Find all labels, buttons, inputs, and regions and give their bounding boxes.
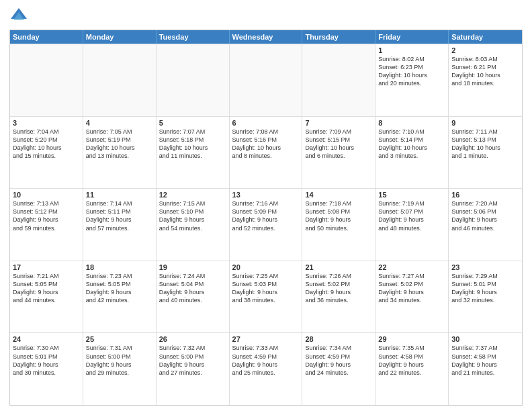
day-number: 9 [451, 119, 519, 127]
day-cell-8: 8Sunrise: 7:10 AM Sunset: 5:14 PM Daylig… [375, 117, 449, 189]
day-info: Sunrise: 7:18 AM Sunset: 5:08 PM Dayligh… [305, 199, 372, 232]
calendar-row-3: 10Sunrise: 7:13 AM Sunset: 5:12 PM Dayli… [10, 188, 522, 261]
day-number: 3 [13, 119, 80, 127]
empty-cell [157, 44, 230, 116]
day-info: Sunrise: 7:21 AM Sunset: 5:05 PM Dayligh… [13, 272, 80, 305]
day-cell-6: 6Sunrise: 7:08 AM Sunset: 5:16 PM Daylig… [230, 117, 303, 189]
day-number: 18 [86, 263, 153, 271]
empty-cell [302, 44, 375, 116]
day-number: 29 [378, 335, 445, 343]
day-info: Sunrise: 7:34 AM Sunset: 4:59 PM Dayligh… [305, 344, 372, 377]
day-cell-28: 28Sunrise: 7:34 AM Sunset: 4:59 PM Dayli… [302, 333, 375, 405]
calendar-row-5: 24Sunrise: 7:30 AM Sunset: 5:01 PM Dayli… [10, 332, 522, 405]
day-cell-13: 13Sunrise: 7:16 AM Sunset: 5:09 PM Dayli… [230, 189, 303, 261]
day-info: Sunrise: 7:20 AM Sunset: 5:06 PM Dayligh… [451, 199, 519, 232]
header-day-monday: Monday [83, 30, 157, 44]
day-info: Sunrise: 7:27 AM Sunset: 5:02 PM Dayligh… [378, 272, 445, 305]
day-info: Sunrise: 7:14 AM Sunset: 5:11 PM Dayligh… [86, 199, 153, 232]
day-number: 20 [232, 263, 300, 271]
calendar-row-1: 1Sunrise: 8:02 AM Sunset: 6:23 PM Daylig… [10, 44, 522, 116]
day-cell-20: 20Sunrise: 7:25 AM Sunset: 5:03 PM Dayli… [230, 261, 303, 333]
day-info: Sunrise: 7:19 AM Sunset: 5:07 PM Dayligh… [378, 199, 445, 232]
header [9, 7, 523, 26]
day-number: 25 [86, 335, 153, 343]
day-cell-2: 2Sunrise: 8:03 AM Sunset: 6:21 PM Daylig… [449, 44, 522, 116]
day-cell-17: 17Sunrise: 7:21 AM Sunset: 5:05 PM Dayli… [10, 261, 83, 333]
day-number: 2 [451, 46, 519, 54]
day-info: Sunrise: 7:30 AM Sunset: 5:01 PM Dayligh… [13, 344, 80, 377]
calendar-body: 1Sunrise: 8:02 AM Sunset: 6:23 PM Daylig… [10, 44, 522, 405]
day-info: Sunrise: 7:09 AM Sunset: 5:15 PM Dayligh… [305, 128, 372, 161]
header-day-wednesday: Wednesday [230, 30, 303, 44]
day-info: Sunrise: 7:29 AM Sunset: 5:01 PM Dayligh… [451, 272, 519, 305]
day-cell-12: 12Sunrise: 7:15 AM Sunset: 5:10 PM Dayli… [157, 189, 230, 261]
empty-cell [230, 44, 303, 116]
day-number: 7 [305, 119, 372, 127]
calendar: SundayMondayTuesdayWednesdayThursdayFrid… [9, 30, 523, 406]
day-info: Sunrise: 8:02 AM Sunset: 6:23 PM Dayligh… [378, 55, 445, 88]
day-number: 10 [13, 191, 80, 199]
logo [9, 7, 31, 26]
day-number: 8 [378, 119, 445, 127]
day-number: 15 [378, 191, 445, 199]
day-number: 27 [232, 335, 300, 343]
calendar-header: SundayMondayTuesdayWednesdayThursdayFrid… [10, 30, 522, 44]
day-cell-27: 27Sunrise: 7:33 AM Sunset: 4:59 PM Dayli… [230, 333, 303, 405]
page: SundayMondayTuesdayWednesdayThursdayFrid… [0, 0, 532, 411]
day-number: 28 [305, 335, 372, 343]
day-cell-29: 29Sunrise: 7:35 AM Sunset: 4:58 PM Dayli… [375, 333, 449, 405]
header-day-friday: Friday [375, 30, 449, 44]
day-cell-10: 10Sunrise: 7:13 AM Sunset: 5:12 PM Dayli… [10, 189, 83, 261]
day-info: Sunrise: 8:03 AM Sunset: 6:21 PM Dayligh… [451, 55, 519, 88]
header-day-saturday: Saturday [449, 30, 522, 44]
header-day-tuesday: Tuesday [157, 30, 230, 44]
day-number: 26 [159, 335, 226, 343]
day-info: Sunrise: 7:26 AM Sunset: 5:02 PM Dayligh… [305, 272, 372, 305]
day-number: 13 [232, 191, 300, 199]
logo-icon [9, 7, 28, 26]
day-number: 22 [378, 263, 445, 271]
day-info: Sunrise: 7:10 AM Sunset: 5:14 PM Dayligh… [378, 128, 445, 161]
day-info: Sunrise: 7:13 AM Sunset: 5:12 PM Dayligh… [13, 199, 80, 232]
day-number: 16 [451, 191, 519, 199]
calendar-row-2: 3Sunrise: 7:04 AM Sunset: 5:20 PM Daylig… [10, 116, 522, 189]
day-number: 19 [159, 263, 226, 271]
day-number: 1 [378, 46, 445, 54]
day-info: Sunrise: 7:37 AM Sunset: 4:58 PM Dayligh… [451, 344, 519, 377]
day-cell-25: 25Sunrise: 7:31 AM Sunset: 5:00 PM Dayli… [83, 333, 157, 405]
day-info: Sunrise: 7:08 AM Sunset: 5:16 PM Dayligh… [232, 128, 300, 161]
day-info: Sunrise: 7:35 AM Sunset: 4:58 PM Dayligh… [378, 344, 445, 377]
day-info: Sunrise: 7:11 AM Sunset: 5:13 PM Dayligh… [451, 128, 519, 161]
day-info: Sunrise: 7:15 AM Sunset: 5:10 PM Dayligh… [159, 199, 226, 232]
day-cell-3: 3Sunrise: 7:04 AM Sunset: 5:20 PM Daylig… [10, 117, 83, 189]
day-cell-9: 9Sunrise: 7:11 AM Sunset: 5:13 PM Daylig… [449, 117, 522, 189]
day-cell-22: 22Sunrise: 7:27 AM Sunset: 5:02 PM Dayli… [375, 261, 449, 333]
day-number: 21 [305, 263, 372, 271]
day-cell-18: 18Sunrise: 7:23 AM Sunset: 5:05 PM Dayli… [83, 261, 157, 333]
day-cell-7: 7Sunrise: 7:09 AM Sunset: 5:15 PM Daylig… [302, 117, 375, 189]
day-info: Sunrise: 7:07 AM Sunset: 5:18 PM Dayligh… [159, 128, 226, 161]
day-cell-4: 4Sunrise: 7:05 AM Sunset: 5:19 PM Daylig… [83, 117, 157, 189]
day-number: 24 [13, 335, 80, 343]
calendar-row-4: 17Sunrise: 7:21 AM Sunset: 5:05 PM Dayli… [10, 261, 522, 333]
day-cell-23: 23Sunrise: 7:29 AM Sunset: 5:01 PM Dayli… [449, 261, 522, 333]
day-info: Sunrise: 7:25 AM Sunset: 5:03 PM Dayligh… [232, 272, 300, 305]
day-cell-15: 15Sunrise: 7:19 AM Sunset: 5:07 PM Dayli… [375, 189, 449, 261]
day-cell-16: 16Sunrise: 7:20 AM Sunset: 5:06 PM Dayli… [449, 189, 522, 261]
day-cell-26: 26Sunrise: 7:32 AM Sunset: 5:00 PM Dayli… [157, 333, 230, 405]
header-day-thursday: Thursday [302, 30, 375, 44]
empty-cell [83, 44, 157, 116]
day-number: 30 [451, 335, 519, 343]
day-info: Sunrise: 7:24 AM Sunset: 5:04 PM Dayligh… [159, 272, 226, 305]
day-info: Sunrise: 7:31 AM Sunset: 5:00 PM Dayligh… [86, 344, 153, 377]
day-info: Sunrise: 7:04 AM Sunset: 5:20 PM Dayligh… [13, 128, 80, 161]
empty-cell [10, 44, 83, 116]
day-number: 4 [86, 119, 153, 127]
day-cell-21: 21Sunrise: 7:26 AM Sunset: 5:02 PM Dayli… [302, 261, 375, 333]
day-info: Sunrise: 7:23 AM Sunset: 5:05 PM Dayligh… [86, 272, 153, 305]
day-number: 23 [451, 263, 519, 271]
day-number: 14 [305, 191, 372, 199]
day-info: Sunrise: 7:05 AM Sunset: 5:19 PM Dayligh… [86, 128, 153, 161]
day-cell-1: 1Sunrise: 8:02 AM Sunset: 6:23 PM Daylig… [375, 44, 449, 116]
day-number: 12 [159, 191, 226, 199]
